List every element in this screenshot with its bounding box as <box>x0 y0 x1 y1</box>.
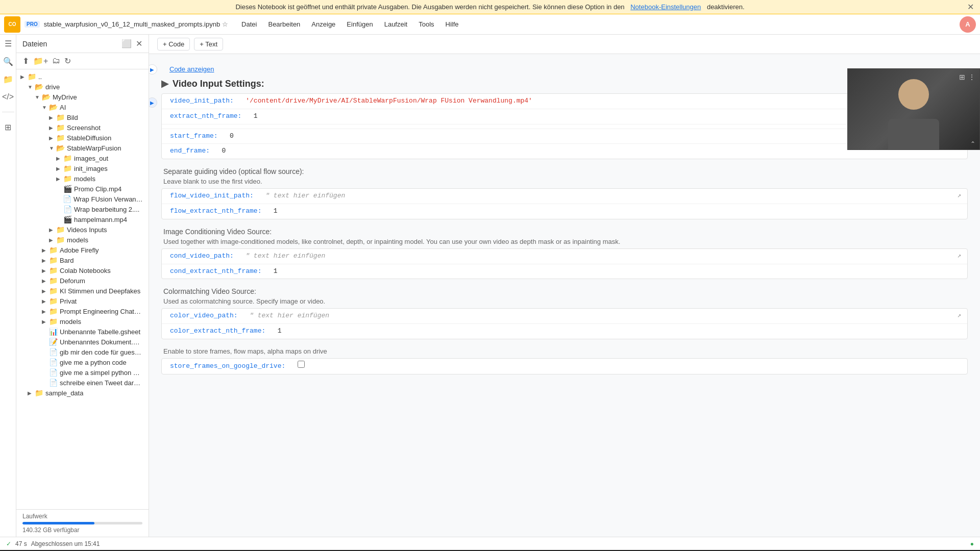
timing-label: 47 s <box>15 540 27 547</box>
upload-file-button[interactable]: ⬆ <box>22 56 29 66</box>
file-item[interactable]: 📄schreibe einen Tweet darüber ... <box>16 378 149 388</box>
folder-item[interactable]: ▼📂StableWarpFusion <box>16 143 149 153</box>
folder-item[interactable]: ▼📂MyDrive <box>16 92 149 102</box>
extract-nth-frame-line: extract_nth_frame: <box>162 109 967 124</box>
file-item[interactable]: 🎬hampelmann.mp4 <box>16 214 149 224</box>
folder-item[interactable]: ▶📁models <box>16 235 149 245</box>
new-drive-button[interactable]: 🗂 <box>52 56 60 66</box>
folder-item[interactable]: ▶📁StableDiffusion <box>16 133 149 143</box>
folder-item[interactable]: ▶📁KI Stimmen und Deepfakes <box>16 286 149 296</box>
tree-item-label: Unbenanntes Dokument.gdoc <box>60 338 141 346</box>
menu-hilfe[interactable]: Hilfe <box>440 18 464 30</box>
file-item[interactable]: 🎬Promo Clip.mp4 <box>16 184 149 194</box>
menu-toggle-icon[interactable]: ☰ <box>5 39 12 48</box>
color-extract-line: color_extract_nth_frame: 1 <box>162 324 967 339</box>
flow-video-expand-icon[interactable]: ↗ <box>957 191 961 202</box>
cond-video-path-key: cond_video_path: <box>170 252 234 260</box>
tree-item-label: give me a python code <box>60 359 127 366</box>
folder-item[interactable]: ▶📁Bild <box>16 112 149 122</box>
color-video-cell: color_video_path: " text hier einfügen ↗… <box>161 308 968 339</box>
terminal-icon[interactable]: ⊞ <box>5 122 11 132</box>
notebook-settings-link[interactable]: Notebook-Einstellungen <box>630 3 701 11</box>
tree-item-label: .. <box>38 73 42 81</box>
code-anzeigen-link[interactable]: Code anzeigen <box>161 62 222 76</box>
folder-item[interactable]: ▶📁Bard <box>16 255 149 265</box>
file-item[interactable]: 📄give me a python code <box>16 357 149 367</box>
code-cell-video-input: video_init_path: '/content/drive/MyDrive… <box>161 93 968 159</box>
run-button-top[interactable]: ▶ <box>149 64 157 74</box>
folder-icon: 📁 <box>49 277 58 285</box>
menu-anzeige[interactable]: Anzeige <box>306 18 340 30</box>
user-avatar[interactable]: A <box>960 16 976 33</box>
file-item[interactable]: 📝Unbenanntes Dokument.gdoc <box>16 337 149 347</box>
code-icon[interactable]: </> <box>2 92 14 102</box>
file-item[interactable]: 📄gib mir den code für guess t... <box>16 347 149 357</box>
refresh-button[interactable]: ↻ <box>64 56 71 66</box>
tree-item-label: Privat <box>60 297 77 305</box>
file-item[interactable]: 📄give me a simpel python code <box>16 367 149 378</box>
section-heading: ▶ Video Input Settings: <box>161 78 968 89</box>
folder-icon: 📁 <box>63 164 72 172</box>
folder-item[interactable]: ▶📁.. <box>16 71 149 82</box>
file-item[interactable]: 📄Wrap FUsion Verwand... <box>16 194 149 204</box>
left-icon-bar: ☰ 🔍 📁 </> ⊞ <box>0 35 16 537</box>
folder-item[interactable]: ▶📁models <box>16 173 149 184</box>
close-notification-button[interactable]: ✕ <box>967 2 974 12</box>
new-folder-button[interactable]: 📁+ <box>33 56 48 66</box>
file-item[interactable]: 📄Wrap bearbeitung 2.... <box>16 204 149 214</box>
tree-item-label: Bild <box>67 114 78 121</box>
tree-item-label: StableWarpFusion <box>67 144 121 152</box>
video-more-button[interactable]: ⋮ <box>968 73 975 81</box>
folder-item[interactable]: ▶📁Screenshot <box>16 122 149 133</box>
video-minimize-button[interactable]: ⌃ <box>970 140 975 147</box>
video-expand-button[interactable]: ⊞ <box>959 73 965 81</box>
header-right: A <box>960 16 976 33</box>
folder-item[interactable]: ▶📁init_images <box>16 163 149 173</box>
file-icon: 📄 <box>63 205 72 213</box>
folder-item[interactable]: ▶📁Videos Inputs <box>16 224 149 235</box>
menu-einfuegen[interactable]: Einfügen <box>341 18 378 30</box>
folder-icon: 📁 <box>28 72 36 81</box>
folder-item[interactable]: ▼📂AI <box>16 102 149 112</box>
folder-item[interactable]: ▶📁Privat <box>16 296 149 306</box>
extract-nth-input[interactable] <box>254 112 269 120</box>
menu-bar: Datei Bearbeiten Anzeige Einfügen Laufze… <box>236 18 463 30</box>
menu-datei[interactable]: Datei <box>236 18 262 30</box>
flow-video-path-key: flow_video_init_path: <box>170 192 254 199</box>
folder-arrow-icon: ▶ <box>56 166 63 171</box>
file-item[interactable]: 📊Unbenannte Tabelle.gsheet <box>16 327 149 337</box>
color-extract-key: color_extract_nth_frame: <box>170 327 265 335</box>
folder-item[interactable]: ▶📁Prompt Engineering ChatGPT,... <box>16 306 149 316</box>
menu-bearbeiten[interactable]: Bearbeiten <box>263 18 305 30</box>
folder-item[interactable]: ▶📁Deforum <box>16 276 149 286</box>
video-init-path-line: video_init_path: '/content/drive/MyDrive… <box>162 94 967 109</box>
files-icon[interactable]: 📁 <box>3 74 13 84</box>
folder-item[interactable]: ▶📁sample_data <box>16 388 149 398</box>
run-button-cell[interactable]: ▶ <box>149 97 157 108</box>
menu-laufzeit[interactable]: Laufzeit <box>379 18 413 30</box>
star-icon[interactable]: ☆ <box>222 20 228 28</box>
storage-info: 140.32 GB verfügbar <box>22 527 79 534</box>
folder-icon: 📂 <box>49 103 58 111</box>
cond-video-expand-icon[interactable]: ↗ <box>957 251 961 262</box>
folder-item[interactable]: ▼📂drive <box>16 82 149 92</box>
store-frames-checkbox[interactable] <box>298 361 305 368</box>
folder-item[interactable]: ▶📁Colab Notebooks <box>16 265 149 276</box>
cell-header: ▶ Code anzeigen <box>161 62 968 76</box>
video-preview: ⊞ ⋮ ⌃ <box>847 68 980 150</box>
add-text-button[interactable]: + Text <box>194 38 223 51</box>
color-video-expand-icon[interactable]: ↗ <box>957 311 961 321</box>
folder-item[interactable]: ▶📁models <box>16 316 149 327</box>
section-collapse-icon[interactable]: ▶ <box>161 78 168 89</box>
notebook-name: stable_warpfusion_v0_16_12_multi_masked_… <box>44 20 220 28</box>
close-sidebar-icon[interactable]: ✕ <box>136 39 142 48</box>
folder-item[interactable]: ▶📁Adobe Firefly <box>16 245 149 255</box>
window-icon[interactable]: ⬜ <box>121 39 132 48</box>
search-icon[interactable]: 🔍 <box>3 57 13 66</box>
add-code-button[interactable]: + Code <box>157 38 190 51</box>
menu-tools[interactable]: Tools <box>413 18 439 30</box>
folder-arrow-icon: ▼ <box>35 94 42 100</box>
file-icon: 📄 <box>63 195 71 203</box>
folder-icon: 📁 <box>49 287 58 295</box>
folder-item[interactable]: ▶📁images_out <box>16 153 149 163</box>
